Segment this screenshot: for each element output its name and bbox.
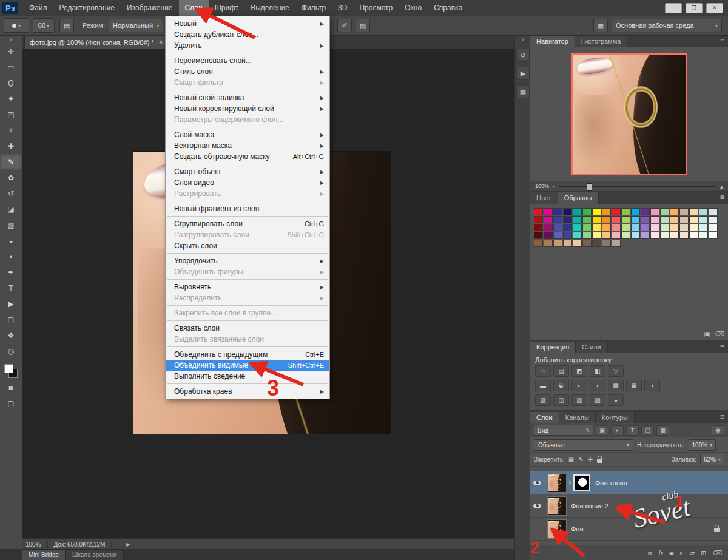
- lock-pixels-icon[interactable]: ✎: [578, 456, 583, 463]
- menubar-item-edit[interactable]: Редактирование: [53, 0, 121, 16]
- menu-item-select-linked-layers[interactable]: Выделить связанные слои: [166, 334, 329, 345]
- move-tool[interactable]: ✛: [0, 44, 22, 59]
- zoom-level-field[interactable]: 100%: [22, 541, 48, 548]
- swatch[interactable]: [544, 216, 553, 223]
- swatch[interactable]: [650, 216, 659, 223]
- swatch[interactable]: [631, 208, 640, 215]
- tab-channels[interactable]: Каналы: [559, 412, 596, 423]
- menubar-item-window[interactable]: Окно: [399, 0, 428, 16]
- tab-styles[interactable]: Стили: [576, 342, 608, 353]
- swatch[interactable]: [670, 224, 679, 231]
- document-tab[interactable]: фото.jpg @ 100% (Фон копия, RGB/8#) * ×: [24, 35, 169, 49]
- swatch[interactable]: [699, 216, 708, 223]
- swatch[interactable]: [563, 224, 572, 231]
- path-selection-tool[interactable]: ▶: [0, 296, 22, 312]
- swatch[interactable]: [582, 232, 592, 239]
- swatch[interactable]: [573, 240, 582, 247]
- workspace-switcher-icon[interactable]: ▦: [593, 19, 608, 32]
- zoom-out-icon[interactable]: ▴: [553, 184, 555, 189]
- hand-tool[interactable]: ❖: [0, 328, 22, 343]
- swatch[interactable]: [534, 224, 543, 231]
- visibility-toggle-on[interactable]: [530, 471, 544, 494]
- menu-item-merge-visible[interactable]: Объединить видимыеShift+Ctrl+E: [166, 360, 329, 371]
- new-swatch-icon[interactable]: ▣: [704, 330, 710, 338]
- swatch[interactable]: [534, 232, 543, 239]
- swatch[interactable]: [689, 216, 698, 223]
- swatch[interactable]: [709, 224, 718, 231]
- foreground-color-chip[interactable]: [4, 364, 13, 373]
- exposure-icon[interactable]: ◧: [590, 365, 605, 377]
- layer-filter-kind-select[interactable]: Вид ⇅: [534, 425, 593, 436]
- swatch[interactable]: [641, 216, 650, 223]
- swatch[interactable]: [709, 208, 718, 215]
- menubar-item-select[interactable]: Выделение: [244, 0, 295, 16]
- layer-mask-thumbnail[interactable]: [573, 474, 590, 491]
- menubar-item-view[interactable]: Просмотр: [353, 0, 399, 16]
- swatch[interactable]: [612, 208, 621, 215]
- tab-close-icon[interactable]: ×: [159, 38, 163, 47]
- gradient-map-icon[interactable]: ▥: [571, 394, 587, 406]
- swatch[interactable]: [670, 216, 679, 223]
- swatch[interactable]: [699, 208, 708, 215]
- close-button[interactable]: ✕: [706, 3, 723, 13]
- filter-type-layers-icon[interactable]: T: [626, 425, 639, 436]
- swatch[interactable]: [553, 208, 562, 215]
- swatch[interactable]: [650, 208, 659, 215]
- healing-brush-tool[interactable]: ✚: [0, 138, 22, 154]
- brush-panel-toggle-icon[interactable]: ▤: [59, 19, 74, 32]
- menu-item-distribute[interactable]: Распределить▶: [166, 292, 329, 303]
- menu-item-group-layers[interactable]: Сгруппировать слоиCtrl+G: [166, 218, 329, 229]
- swatch[interactable]: [641, 232, 650, 239]
- lasso-tool[interactable]: Ϙ: [0, 75, 22, 91]
- swatch[interactable]: [679, 224, 689, 231]
- channel-mixer-icon[interactable]: ▩: [608, 380, 624, 391]
- tab-color[interactable]: Цвет: [530, 192, 558, 204]
- swatch[interactable]: [621, 216, 630, 223]
- actions-panel-icon[interactable]: ▶: [516, 67, 530, 80]
- properties-panel-icon[interactable]: ▦: [516, 85, 530, 98]
- threshold-icon[interactable]: ◫: [553, 394, 569, 406]
- swatch[interactable]: [699, 224, 708, 231]
- minimize-button[interactable]: ─: [665, 3, 682, 13]
- menu-item-layer-style[interactable]: Стиль слоя▶: [166, 66, 329, 77]
- tab-layers[interactable]: Слои: [530, 412, 559, 423]
- swatch[interactable]: [612, 216, 621, 223]
- visibility-toggle-on[interactable]: [530, 494, 544, 517]
- swatch[interactable]: [582, 240, 592, 247]
- menu-item-flatten-image[interactable]: Выполнить сведение: [166, 371, 329, 382]
- zoom-tool[interactable]: ◎: [0, 343, 22, 359]
- swatch[interactable]: [592, 232, 601, 239]
- swatch[interactable]: [689, 224, 698, 231]
- menu-item-layer-content-options[interactable]: Параметры содержимого слоя...: [166, 114, 329, 125]
- filter-pixel-layers-icon[interactable]: ▣: [596, 425, 608, 436]
- add-layer-mask-icon[interactable]: ◙: [669, 549, 673, 556]
- swatch[interactable]: [621, 224, 630, 231]
- delete-swatch-icon[interactable]: ⌫: [715, 330, 724, 338]
- menu-item-combine-shapes[interactable]: Объединить фигуры▶: [166, 266, 329, 277]
- menubar-item-image[interactable]: Изображение: [121, 0, 179, 16]
- swatch[interactable]: [670, 232, 679, 239]
- levels-icon[interactable]: ▤: [553, 365, 569, 377]
- new-layer-icon[interactable]: ⊞: [701, 549, 706, 557]
- swatch[interactable]: [679, 208, 689, 215]
- tab-swatches[interactable]: Образцы: [558, 192, 599, 204]
- menu-item-new[interactable]: Новый▶: [166, 18, 329, 29]
- swatch[interactable]: [689, 208, 698, 215]
- menubar-item-layers[interactable]: Слои: [179, 0, 209, 16]
- paint-mode-select[interactable]: Нормальный▾: [109, 19, 163, 32]
- brightness-contrast-icon[interactable]: ☼: [535, 365, 551, 377]
- opacity-select[interactable]: 100% ▾: [689, 439, 716, 451]
- blur-tool[interactable]: ◒: [0, 233, 22, 249]
- swatch[interactable]: [573, 232, 582, 239]
- marquee-tool[interactable]: ▭: [0, 59, 22, 75]
- menu-item-rename-layer[interactable]: Переименовать слой...: [166, 55, 329, 66]
- collapse-tools-icon[interactable]: »: [0, 35, 22, 44]
- swatch[interactable]: [621, 208, 630, 215]
- menubar-item-help[interactable]: Справка: [428, 0, 468, 16]
- swatch[interactable]: [544, 240, 553, 247]
- swatch[interactable]: [660, 224, 669, 231]
- posterize-icon[interactable]: ▨: [535, 394, 551, 406]
- status-flyout-icon[interactable]: ▶: [126, 542, 130, 547]
- menu-item-hide-layers[interactable]: Скрыть слои: [166, 240, 329, 251]
- menu-item-ungroup-layers[interactable]: Разгруппировать слоиShift+Ctrl+G: [166, 229, 329, 240]
